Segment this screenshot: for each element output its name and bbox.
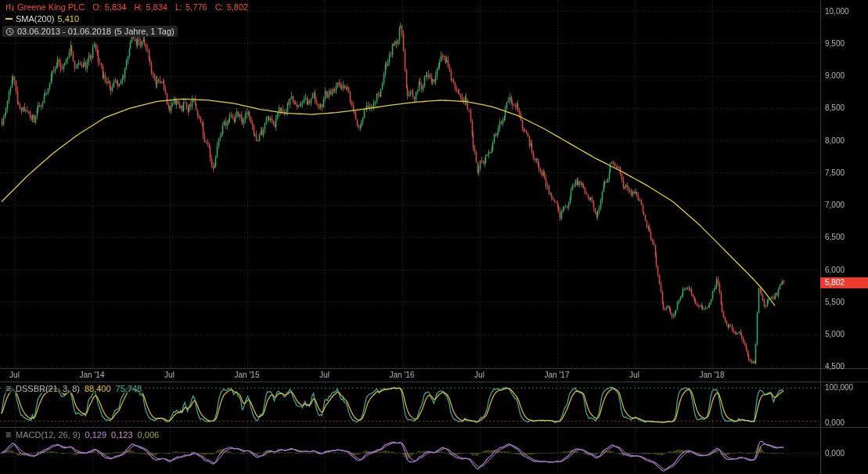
- panel-separator[interactable]: [0, 427, 868, 428]
- sma-line-swatch: [5, 18, 13, 20]
- sma-header[interactable]: SMA(200) 5,410: [2, 13, 82, 24]
- close-label: C:: [215, 2, 224, 12]
- date-range: 03.06.2013 - 01.06.2018: [17, 27, 111, 36]
- sma-value: 5,410: [58, 14, 80, 24]
- ohlc-header[interactable]: Greene King PLC O: 5,834 H: 5,834 L: 5,7…: [2, 2, 251, 13]
- period-label: (5 Jahre, 1 Tag): [114, 27, 175, 36]
- macd-value-1: 0,129: [85, 430, 107, 440]
- high-label: H:: [134, 2, 142, 12]
- dssbr-value-2: 75,748: [116, 384, 142, 393]
- macd-menu-icon[interactable]: ≡: [5, 430, 11, 440]
- clock-icon: [5, 27, 14, 36]
- low-label: L:: [175, 2, 182, 12]
- dssbr-value-1: 88,400: [85, 384, 111, 393]
- panel-separator[interactable]: [0, 382, 868, 382]
- chart-window: Greene King PLC O: 5,834 H: 5,834 L: 5,7…: [0, 0, 868, 474]
- instrument-icon: [5, 3, 14, 12]
- low-value: 5,776: [185, 2, 207, 12]
- sma-label: SMA(200): [16, 14, 55, 24]
- dssbr-label: DSSBR(21, 3, 8): [16, 384, 80, 393]
- macd-header[interactable]: ≡ MACD(12, 26, 9) 0,129 0,123 0,006: [2, 430, 162, 440]
- open-value: 5,834: [105, 2, 127, 12]
- instrument-name: Greene King PLC: [17, 2, 85, 12]
- macd-value-2: 0,123: [111, 430, 133, 440]
- macd-value-3: 0,006: [138, 430, 160, 440]
- high-value: 5,834: [146, 2, 167, 12]
- last-price-tag: 5,802: [820, 277, 868, 288]
- dssbr-menu-icon[interactable]: ≡: [5, 384, 11, 393]
- open-label: O:: [92, 2, 102, 12]
- close-value: 5,802: [227, 2, 249, 12]
- date-range-chip[interactable]: 03.06.2013 - 01.06.2018 (5 Jahre, 1 Tag): [2, 26, 178, 37]
- main-price-chart[interactable]: [0, 0, 868, 382]
- macd-label: MACD(12, 26, 9): [16, 430, 81, 440]
- dssbr-header[interactable]: ≡ DSSBR(21, 3, 8) 88,400 75,748: [2, 384, 145, 393]
